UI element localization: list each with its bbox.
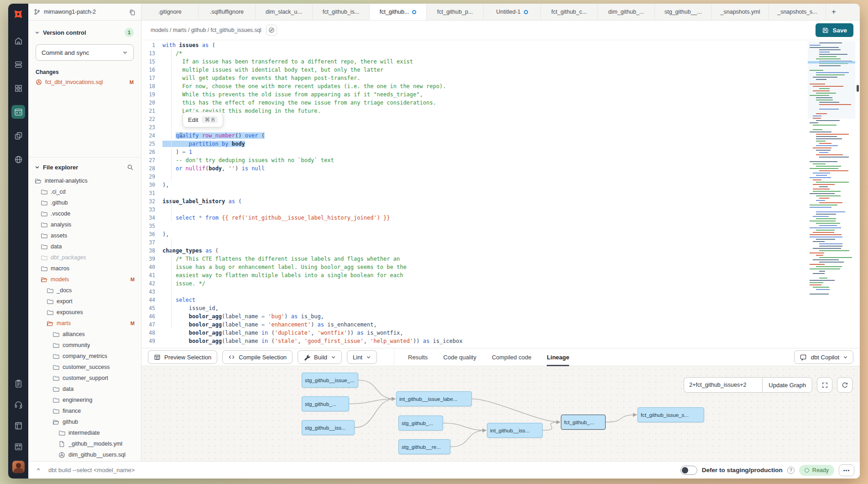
code-line[interactable]: 49 boolor_agg(label_name in ('stale', 'g… [141,337,860,345]
file-tree-item-intermediate[interactable]: intermediate [28,427,141,438]
shortcuts-keyboard-icon[interactable] [11,440,25,453]
lineage-node-fct-github[interactable]: fct_github_... [561,415,606,430]
file-tree-item-models[interactable]: modelsM [28,274,141,285]
code-line[interactable]: 45 issue_id, [141,304,860,312]
file-tree-item-dbt-packages[interactable]: dbt_packages [28,252,141,263]
file-tree-item-data[interactable]: data [28,241,141,252]
code-line[interactable]: 28 or nullif(body, '') is null [141,164,860,173]
code-line[interactable]: 20 this has the effect of removing the n… [141,99,860,107]
commit-and-sync-button[interactable]: Commit and sync [36,44,134,61]
code-line[interactable]: 40 issue has a bug or enhancement label.… [141,263,860,271]
search-icon[interactable] [127,164,134,171]
code-line[interactable]: 15 If an issue has been transferred to a… [141,58,860,66]
environments-icon[interactable] [11,58,25,71]
minimap[interactable] [808,41,855,341]
file-tree-item-marts[interactable]: martsM [28,318,141,329]
code-line[interactable]: 13 /* [141,49,860,58]
file-tree-item-data[interactable]: data [28,384,141,395]
file-tree-item-github-models-yml[interactable]: _github__models.yml [28,438,141,449]
branch-selector[interactable]: mirnawong1-patch-2 [28,4,141,21]
code-line[interactable]: 1with issues as ( [141,41,860,49]
lineage-node-stg-github[interactable]: stg_github_... [302,396,349,411]
file-tree-item-github[interactable]: .github [28,197,141,208]
home-icon[interactable] [11,34,25,47]
apps-grid-icon[interactable] [11,81,25,95]
code-line[interactable]: 44 select [141,296,860,304]
dbt-logo-icon[interactable] [11,7,25,21]
code-line[interactable]: 33 [141,205,860,214]
code-line[interactable]: 19 While this prevents the old issue fro… [141,90,860,99]
collapse-chevron-icon[interactable]: ^ [33,465,44,476]
code-line[interactable]: 46 boolor_agg(label_name = 'bug') as is_… [141,312,860,321]
tab-untitled-1[interactable]: Untitled-1 [484,4,541,20]
user-avatar[interactable] [12,461,25,473]
tab-fct-github-p[interactable]: fct_github_p... [427,4,484,20]
compile-selection-button[interactable]: Compile Selection [222,350,293,364]
develop-ide-icon[interactable] [11,105,25,119]
save-button[interactable]: Save [816,23,853,37]
file-tree-item-vscode[interactable]: .vscode [28,208,141,219]
code-line[interactable]: 39 /* This CTE flattens the different is… [141,255,860,263]
lineage-node-int-github-iss[interactable]: int_github__iss... [487,423,543,438]
file-tree-item-customer-success[interactable]: customer_success [28,362,141,373]
lineage-node-fct-github-issue-s[interactable]: fct_github_issue_s... [638,407,704,422]
fullscreen-button[interactable] [817,377,832,393]
file-tree-item-engineering[interactable]: engineering [28,395,141,405]
code-line[interactable]: 43 [141,288,860,296]
code-line[interactable]: 24 qualify row_number() over ( [141,132,860,140]
lineage-node-int-github-issue-labe[interactable]: int_github__issue_labe... [396,391,472,406]
code-line[interactable]: 34 select * from {{ ref('int_github__iss… [141,214,860,222]
code-line[interactable]: 38change_types as ( [141,247,860,255]
code-line[interactable]: 48 boolor_agg(label_name in ('duplicate'… [141,329,860,337]
lineage-panel[interactable]: stg_github__issue_...stg_github_...stg_g… [141,366,860,461]
code-line[interactable]: 32issue_label_history as ( [141,197,860,205]
tab-fct-github[interactable]: fct_github... [370,4,427,21]
code-line[interactable]: 26 ) = 1 [141,148,860,156]
preview-selection-button[interactable]: Preview Selection [148,350,217,364]
tab-dim-slack-u[interactable]: dim_slack_u... [256,4,313,20]
tab-sqlfluffignore[interactable]: .sqlfluffignore [199,4,256,20]
compare-windows-icon[interactable] [11,129,25,142]
help-icon[interactable]: ? [787,467,795,474]
file-tree-item-analysis[interactable]: analysis [28,219,141,230]
changed-file-item[interactable]: fct_dbt_invocations.sql M [36,79,134,85]
tab-fct-github-c[interactable]: fct_github_c... [541,4,598,20]
lineage-selector-input[interactable] [684,377,762,393]
code-line[interactable]: 37 [141,238,860,247]
tab-fct-github-is[interactable]: fct_github_is... [313,4,370,20]
file-tree-item-internal-analytics[interactable]: internal-analytics [28,175,141,186]
code-line[interactable]: 17 will get updates for events that happ… [141,74,860,82]
code-line[interactable]: 36), [141,230,860,238]
tab-code-quality[interactable]: Code quality [443,348,476,366]
file-tree-item-community[interactable]: community [28,340,141,351]
file-tree-item-ci-cd[interactable]: .ci_cd [28,186,141,197]
code-line[interactable]: 21 Let's revisit this modeling in the fu… [141,107,860,115]
tab-snapshots-s[interactable]: _snapshots_s... [769,4,826,20]
dbt-copilot-button[interactable]: dbt Copilot [794,350,853,364]
tab-results[interactable]: Results [408,348,428,366]
file-tree-item-export[interactable]: export [28,296,141,307]
docs-book-icon[interactable] [11,419,25,432]
defer-toggle[interactable] [680,466,697,475]
code-editor[interactable]: 1with issues as (13 /*15 If an issue has… [141,40,860,348]
file-tree-item-assets[interactable]: assets [28,230,141,241]
file-tree-item-company-metrics[interactable]: company_metrics [28,351,141,362]
refresh-button[interactable] [837,377,852,393]
file-tree-item-github[interactable]: github [28,416,141,427]
code-line[interactable]: 18 For now, choose the one with more rec… [141,82,860,90]
file-tree-item-customer-support[interactable]: customer_support [28,373,141,384]
code-line[interactable]: 27 -- don't try deduping issues with no … [141,156,860,164]
code-line[interactable]: 42 issue. */ [141,279,860,288]
version-control-header[interactable]: Version control 1 [28,21,141,37]
explore-globe-icon[interactable] [11,153,25,166]
tab-compiled-code[interactable]: Compiled code [492,348,532,366]
copy-icon[interactable] [129,9,136,16]
tab-stg-github[interactable]: stg_github__... [655,4,712,20]
lineage-node-stg-github-issue[interactable]: stg_github__issue_... [302,373,358,388]
dbt-command-input[interactable] [48,467,676,473]
code-line[interactable]: 47 boolor_agg(label_name = 'enhancement'… [141,321,860,329]
code-line[interactable]: 30), [141,181,860,189]
code-line[interactable]: 29 [141,173,860,181]
tab-dim-github[interactable]: dim_github_... [598,4,655,20]
update-graph-button[interactable]: Update Graph [762,377,812,393]
